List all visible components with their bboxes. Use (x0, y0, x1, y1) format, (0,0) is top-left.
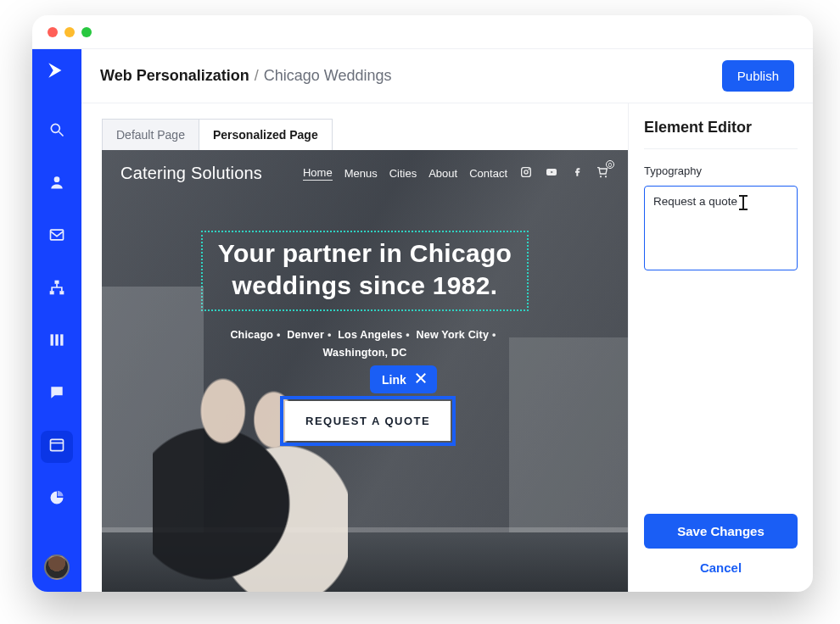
nav-link-contact[interactable]: Contact (469, 167, 507, 180)
svg-point-0 (51, 124, 59, 132)
breadcrumb-root[interactable]: Web Personalization (100, 67, 249, 85)
heading-line-1: Your partner in Chicago (218, 237, 512, 270)
canvas-area: Default Page Personalized Page Catering … (81, 103, 628, 592)
page-preview: Catering Solutions Home Menus Cities Abo… (102, 150, 628, 592)
city-item: Washington, DC (230, 344, 499, 362)
svg-rect-7 (51, 334, 53, 345)
window-zoom-dot[interactable] (81, 27, 92, 37)
link-action-chip[interactable]: Link (370, 365, 437, 393)
svg-rect-5 (50, 291, 54, 294)
cart-badge: 0 (606, 160, 614, 169)
close-icon[interactable] (413, 370, 428, 388)
facebook-icon[interactable] (570, 165, 584, 181)
save-changes-button[interactable]: Save Changes (644, 514, 798, 549)
sitemap-icon (48, 279, 65, 299)
svg-rect-6 (59, 291, 64, 294)
cancel-button[interactable]: Cancel (644, 549, 798, 577)
sidebar-item-search[interactable] (41, 115, 73, 148)
person-icon (48, 174, 65, 194)
brand-logo-icon (46, 59, 68, 85)
svg-rect-4 (55, 281, 59, 284)
cities-list: Chicago• Denver• Los Angeles• New York C… (230, 326, 499, 363)
cart-icon[interactable]: 0 (596, 165, 609, 181)
svg-rect-8 (55, 334, 58, 345)
preview-nav: Home Menus Cities About Contact (303, 165, 609, 181)
sidebar-item-campaigns[interactable] (41, 220, 73, 253)
typography-text-input[interactable]: Request a quote (644, 186, 798, 270)
preview-brand: Catering Solutions (120, 164, 262, 183)
search-icon (48, 121, 65, 142)
svg-line-1 (59, 132, 64, 136)
city-item: New York City (417, 329, 490, 341)
topbar: Web Personalization / Chicago Weddings P… (81, 49, 813, 103)
youtube-icon[interactable] (545, 165, 558, 181)
nav-link-cities[interactable]: Cities (389, 167, 417, 180)
request-quote-button[interactable]: REQUEST A QUOTE (285, 401, 451, 441)
svg-point-2 (54, 176, 60, 182)
city-item: Chicago (230, 329, 273, 341)
instagram-icon[interactable] (519, 165, 533, 181)
element-editor-panel: Element Editor Typography Request a quot… (628, 103, 813, 592)
sidebar-item-conversations[interactable] (41, 378, 73, 410)
sidebar-item-contacts[interactable] (41, 168, 73, 200)
user-avatar[interactable] (44, 554, 70, 580)
svg-rect-10 (51, 439, 64, 450)
columns-icon (48, 332, 65, 352)
titlebar (32, 15, 813, 49)
page-tabs: Default Page Personalized Page (102, 119, 628, 150)
city-item: Los Angeles (338, 329, 402, 341)
heading-line-2: weddings since 1982. (218, 270, 512, 302)
app-window: Web Personalization / Chicago Weddings P… (32, 15, 813, 592)
sidebar-item-deals[interactable] (41, 326, 73, 358)
tab-personalized-page[interactable]: Personalized Page (199, 119, 333, 150)
nav-link-menus[interactable]: Menus (344, 167, 378, 180)
tab-default-page[interactable]: Default Page (102, 119, 199, 150)
link-chip-label: Link (382, 373, 406, 387)
sidebar-item-reports[interactable] (41, 483, 73, 515)
mail-icon (48, 226, 65, 247)
window-minimize-dot[interactable] (64, 27, 75, 37)
editor-title: Element Editor (644, 119, 798, 149)
city-item: Denver (287, 329, 324, 341)
sidebar-item-site[interactable] (41, 431, 73, 463)
svg-rect-9 (60, 334, 63, 345)
typography-label: Typography (644, 164, 798, 177)
nav-link-about[interactable]: About (428, 167, 457, 180)
selected-heading-element[interactable]: Your partner in Chicago weddings since 1… (201, 231, 529, 311)
svg-point-16 (600, 176, 602, 177)
chat-icon (48, 384, 65, 404)
window-close-dot[interactable] (48, 27, 58, 37)
sidebar-item-automations[interactable] (41, 273, 73, 305)
nav-link-home[interactable]: Home (303, 166, 333, 181)
pie-chart-icon (48, 489, 65, 510)
svg-point-14 (529, 169, 530, 170)
typography-text-value: Request a quote (653, 195, 737, 208)
selected-cta-element[interactable]: REQUEST A QUOTE (280, 396, 456, 446)
publish-button[interactable]: Publish (722, 60, 794, 92)
window-icon (48, 437, 65, 457)
breadcrumb: Web Personalization / Chicago Weddings (100, 67, 391, 85)
breadcrumb-leaf: Chicago Weddings (264, 67, 392, 85)
svg-rect-3 (51, 230, 64, 240)
app-sidebar (32, 49, 81, 592)
breadcrumb-separator: / (255, 67, 259, 85)
svg-point-13 (524, 170, 528, 174)
svg-point-17 (605, 176, 607, 177)
text-caret-icon (739, 197, 748, 210)
